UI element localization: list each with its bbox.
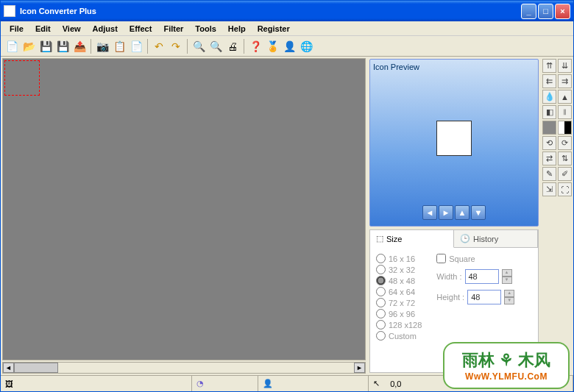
size-128[interactable]: 128 x128 xyxy=(376,320,422,329)
tab-size[interactable]: ⬚Size xyxy=(370,230,454,248)
menu-register[interactable]: Register xyxy=(252,23,296,35)
arrows-right-icon[interactable]: ⇉ xyxy=(558,74,572,88)
size-32[interactable]: 32 x 32 xyxy=(376,265,422,274)
scroll-right-arrow[interactable]: ► xyxy=(354,363,365,373)
menu-tools[interactable]: Tools xyxy=(189,23,222,35)
size-options: 16 x 16 32 x 32 48 x 48 64 x 64 72 x 72 … xyxy=(376,254,422,366)
web-button[interactable]: 🌐 xyxy=(298,38,314,54)
flip-v-icon[interactable]: ⇅ xyxy=(558,152,572,165)
menu-file[interactable]: File xyxy=(4,23,29,35)
menu-edit[interactable]: Edit xyxy=(29,23,57,35)
save-as-button[interactable]: 💾 xyxy=(54,38,71,54)
save-button[interactable]: 💾 xyxy=(38,38,54,54)
crop-out-icon[interactable]: ⛶ xyxy=(558,182,572,196)
size-96[interactable]: 96 x 96 xyxy=(376,309,422,318)
canvas[interactable] xyxy=(2,58,366,360)
preview-icon xyxy=(436,121,472,156)
selection-marquee xyxy=(4,60,40,96)
size-64[interactable]: 64 x 64 xyxy=(376,287,422,296)
menu-view[interactable]: View xyxy=(57,23,87,35)
bars-icon[interactable]: ⦀ xyxy=(558,105,572,119)
right-panel: Icon Preview ◄ ► ▲ ▼ ⬚Size 🕒History xyxy=(367,57,573,375)
main-area: ◄ ► Icon Preview ◄ ► ▲ ▼ xyxy=(1,57,573,375)
size-16[interactable]: 16 x 16 xyxy=(376,254,422,263)
menu-adjust[interactable]: Adjust xyxy=(87,23,124,35)
paste-button[interactable]: 📄 xyxy=(128,38,144,54)
preview-title: Icon Preview xyxy=(373,63,535,71)
tab-history[interactable]: 🕒History xyxy=(454,230,538,247)
print-button[interactable]: 🖨 xyxy=(224,38,241,54)
rotate-left-icon[interactable]: ⟲ xyxy=(542,136,556,150)
size-custom[interactable]: Custom xyxy=(376,331,422,341)
info-panel: ⬚Size 🕒History 16 x 16 32 x 32 48 x 48 6… xyxy=(369,229,539,373)
main-window: Icon Converter Plus _ □ × File Edit View… xyxy=(0,0,574,392)
menubar: File Edit View Adjust Effect Filter Tool… xyxy=(1,21,573,36)
height-input[interactable]: 48 xyxy=(467,290,501,304)
canvas-area: ◄ ► xyxy=(1,57,367,375)
statusbar: 🖼 ◔ 👤 ↖ 0,0 xyxy=(1,375,573,391)
triangle-icon[interactable]: ▲ xyxy=(558,90,572,104)
effect-toolbar: ⇈ ⇊ ⇇ ⇉ 💧 ▲ ◧ ⦀ ⟲ ⟳ ⇄ ⇅ ✎ ✐ ⇲ ⛶ xyxy=(541,57,573,375)
preview-panel: Icon Preview ◄ ► ▲ ▼ xyxy=(369,59,539,227)
size-48[interactable]: 48 x 48 xyxy=(376,276,422,285)
arrows-up-icon[interactable]: ⇈ xyxy=(542,59,556,73)
status-cursor-icon: ↖ xyxy=(373,379,380,388)
new-button[interactable]: 📄 xyxy=(4,38,20,54)
app-icon xyxy=(4,5,15,17)
register-button[interactable]: 🏅 xyxy=(264,38,280,54)
menu-help[interactable]: Help xyxy=(222,23,252,35)
height-spinner[interactable]: ▲▼ xyxy=(504,290,514,304)
width-input[interactable]: 48 xyxy=(465,269,499,284)
scroll-thumb[interactable] xyxy=(14,363,58,373)
menu-effect[interactable]: Effect xyxy=(124,23,158,35)
window-title: Icon Converter Plus xyxy=(20,7,96,15)
width-label: Width : xyxy=(436,272,461,281)
status-coord: 0,0 xyxy=(390,379,401,388)
zoom-in-button[interactable]: 🔍 xyxy=(191,38,207,54)
close-button[interactable]: × xyxy=(555,4,570,19)
maximize-button[interactable]: □ xyxy=(538,4,553,19)
status-image-icon: 🖼 xyxy=(5,379,13,388)
rotate-right-icon[interactable]: ⟳ xyxy=(558,136,572,150)
capture-button[interactable]: 📷 xyxy=(94,38,110,54)
history-icon: 🕒 xyxy=(460,234,470,243)
arrows-down-icon[interactable]: ⇊ xyxy=(558,59,572,73)
user-button[interactable]: 👤 xyxy=(281,38,297,54)
wand-icon[interactable]: ✎ xyxy=(542,167,556,181)
titlebar: Icon Converter Plus _ □ × xyxy=(1,1,573,21)
drop-icon[interactable]: 💧 xyxy=(542,90,556,104)
arrows-left-icon[interactable]: ⇇ xyxy=(542,74,556,88)
gray-square-icon[interactable] xyxy=(542,121,556,135)
wand2-icon[interactable]: ✐ xyxy=(558,167,572,181)
square-checkbox[interactable]: Square xyxy=(436,254,514,263)
bw-square-icon[interactable] xyxy=(558,121,572,135)
copy-button[interactable]: 📋 xyxy=(111,38,127,54)
contrast-icon[interactable]: ◧ xyxy=(542,105,556,119)
open-button[interactable]: 📂 xyxy=(21,38,37,54)
nav-right-button[interactable]: ► xyxy=(439,205,453,220)
size-icon: ⬚ xyxy=(376,234,383,243)
flip-h-icon[interactable]: ⇄ xyxy=(542,152,556,165)
nav-down-button[interactable]: ▼ xyxy=(471,205,486,220)
menu-filter[interactable]: Filter xyxy=(157,23,189,35)
crop-in-icon[interactable]: ⇲ xyxy=(542,182,556,196)
scroll-left-arrow[interactable]: ◄ xyxy=(3,363,14,373)
toolbar: 📄 📂 💾 💾 📤 📷 📋 📄 ↶ ↷ 🔍 🔍 🖨 ❓ 🏅 👤 🌐 xyxy=(1,36,573,57)
zoom-out-button[interactable]: 🔍 xyxy=(208,38,224,54)
nav-left-button[interactable]: ◄ xyxy=(422,205,437,220)
undo-button[interactable]: ↶ xyxy=(151,38,167,54)
size-72[interactable]: 72 x 72 xyxy=(376,298,422,307)
height-label: Height : xyxy=(436,293,464,302)
nav-up-button[interactable]: ▲ xyxy=(455,205,470,220)
status-pie-icon: ◔ xyxy=(196,379,204,388)
width-spinner[interactable]: ▲▼ xyxy=(502,269,512,284)
minimize-button[interactable]: _ xyxy=(521,4,536,19)
horizontal-scrollbar[interactable]: ◄ ► xyxy=(2,362,366,374)
redo-button[interactable]: ↷ xyxy=(168,38,184,54)
help-button[interactable]: ❓ xyxy=(247,38,263,54)
status-user-icon: 👤 xyxy=(263,379,273,388)
export-button[interactable]: 📤 xyxy=(71,38,88,54)
